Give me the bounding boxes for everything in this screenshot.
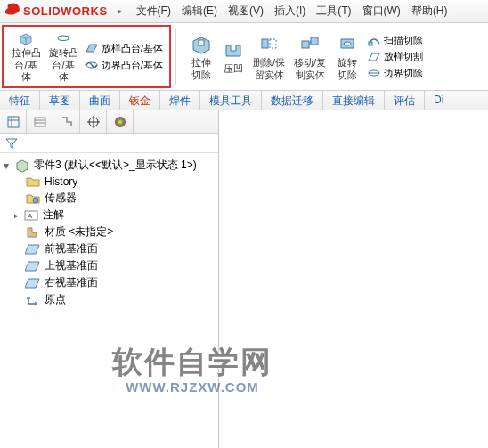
svg-point-7: [344, 42, 351, 45]
svg-point-14: [33, 198, 38, 203]
revolve-boss-button[interactable]: 旋转凸台/基体: [45, 29, 82, 85]
tabbar: 特征 草图 曲面 钣金 焊件 模具工具 数据迁移 直接编辑 评估 Di: [0, 91, 488, 110]
swept-cut-icon: [367, 33, 381, 47]
revolve-cut-button[interactable]: 旋转切除: [330, 30, 364, 82]
feature-tree: ▾ 零件3 (默认<<默认>_显示状态 1>) History 传感器 ▸ A …: [0, 153, 218, 448]
side-btn-property[interactable]: [27, 110, 53, 133]
workspace: ▾ 零件3 (默认<<默认>_显示状态 1>) History 传感器 ▸ A …: [0, 110, 488, 448]
svg-rect-8: [369, 42, 372, 45]
loft-cut-button[interactable]: 放样切割: [364, 48, 426, 65]
indent-button[interactable]: 压凹: [218, 37, 248, 77]
tree-history[interactable]: History: [4, 174, 218, 190]
filter-row: [0, 134, 218, 153]
boundary-boss-button[interactable]: 边界凸台/基体: [82, 57, 166, 74]
side-btn-dimxpert[interactable]: [80, 110, 107, 133]
revolve-boss-icon: [52, 30, 75, 45]
expand-icon[interactable]: ▾: [4, 159, 14, 172]
folder-icon: [25, 175, 41, 189]
svg-rect-3: [262, 39, 268, 48]
tree-annotations[interactable]: ▸ A 注解: [4, 207, 218, 224]
menubar: SOLIDWORKS ▶ 文件(F) 编辑(E) 视图(V) 插入(I) 工具(…: [0, 0, 488, 23]
tab-features[interactable]: 特征: [0, 91, 40, 110]
tab-weldments[interactable]: 焊件: [160, 91, 200, 110]
menu-file[interactable]: 文件(F): [131, 4, 176, 19]
side-btn-config[interactable]: [53, 110, 80, 133]
boundary-boss-icon: [85, 58, 99, 72]
revolve-cut-icon: [336, 32, 359, 55]
highlighted-group: 拉伸凸台/基体 旋转凸台/基体 放样凸台/基体 边界凸台/基体: [2, 25, 171, 88]
feature-manager: ▾ 零件3 (默认<<默认>_显示状态 1>) History 传感器 ▸ A …: [0, 110, 219, 448]
indent-icon: [222, 38, 245, 61]
svg-rect-2: [199, 40, 204, 45]
extrude-cut-button[interactable]: 拉伸切除: [184, 30, 218, 82]
svg-rect-10: [8, 117, 19, 127]
expand-icon[interactable]: ▸: [14, 211, 23, 220]
svg-rect-11: [35, 118, 45, 126]
tab-direct[interactable]: 直接编辑: [323, 91, 385, 110]
tree-top-plane[interactable]: 上视基准面: [4, 257, 218, 274]
graphics-area[interactable]: 软件自学网 WWW.RJZXW.COM: [219, 110, 488, 448]
logo-text: SOLIDWORKS: [23, 4, 108, 18]
logo-dropdown-icon[interactable]: ▶: [118, 8, 122, 15]
menu-view[interactable]: 视图(V): [223, 4, 269, 19]
delete-keep-icon: [257, 32, 281, 55]
move-copy-button[interactable]: 移动/复制实体: [289, 30, 330, 82]
tree-material[interactable]: 材质 <未指定>: [4, 224, 218, 240]
menu-edit[interactable]: 编辑(E): [176, 4, 223, 19]
annotation-icon: A: [23, 208, 39, 223]
boundary-cut-icon: [367, 66, 381, 80]
tab-sketch[interactable]: 草图: [40, 91, 80, 110]
extrude-boss-button[interactable]: 拉伸凸台/基体: [7, 29, 45, 85]
svg-point-0: [58, 36, 69, 40]
move-copy-icon: [298, 32, 321, 55]
svg-rect-5: [302, 41, 309, 48]
side-btn-display[interactable]: [107, 110, 134, 133]
material-icon: [25, 225, 41, 240]
side-btn-feature-tree[interactable]: [0, 110, 27, 133]
logo: SOLIDWORKS: [4, 1, 108, 21]
plane-icon: [25, 276, 41, 290]
sidebar-toolbar: [0, 110, 218, 134]
tab-mold[interactable]: 模具工具: [200, 91, 262, 110]
svg-point-13: [115, 117, 126, 127]
loft-boss-icon: [85, 41, 99, 55]
menu-help[interactable]: 帮助(H): [406, 4, 453, 19]
tree-icon: [6, 115, 20, 129]
logo-ds-icon: [4, 1, 21, 21]
target-icon: [86, 115, 101, 129]
svg-text:A: A: [28, 212, 33, 220]
tab-evaluate[interactable]: 评估: [385, 91, 425, 110]
appearance-icon: [113, 115, 127, 129]
tree-front-plane[interactable]: 前视基准面: [4, 240, 218, 257]
part-icon: [14, 159, 30, 173]
config-icon: [60, 115, 74, 129]
tree-sensors[interactable]: 传感器: [4, 190, 218, 207]
tree-origin[interactable]: 原点: [4, 291, 218, 308]
menu-tools[interactable]: 工具(T): [311, 4, 356, 19]
tab-data[interactable]: 数据迁移: [262, 91, 323, 110]
extrude-boss-icon: [14, 30, 37, 45]
loft-boss-button[interactable]: 放样凸台/基体: [82, 40, 166, 57]
tree-right-plane[interactable]: 右视基准面: [4, 274, 218, 291]
loft-cut-icon: [367, 50, 381, 64]
funnel-icon[interactable]: [5, 137, 18, 150]
svg-rect-4: [270, 39, 276, 48]
ribbon: 拉伸凸台/基体 旋转凸台/基体 放样凸台/基体 边界凸台/基体 拉伸切除 压凹: [0, 23, 488, 91]
menu-window[interactable]: 窗口(W): [357, 4, 406, 19]
plane-icon: [25, 259, 41, 273]
swept-cut-button[interactable]: 扫描切除: [364, 32, 426, 49]
menu-insert[interactable]: 插入(I): [269, 4, 311, 19]
plane-icon: [25, 242, 41, 257]
property-icon: [33, 115, 47, 129]
sensor-icon: [25, 191, 41, 206]
origin-icon: [25, 293, 41, 307]
boundary-cut-button[interactable]: 边界切除: [364, 65, 426, 82]
tab-di[interactable]: Di: [425, 91, 452, 110]
tree-root[interactable]: ▾ 零件3 (默认<<默认>_显示状态 1>): [4, 157, 218, 174]
extrude-cut-icon: [190, 32, 213, 55]
tab-surfaces[interactable]: 曲面: [80, 91, 120, 110]
svg-rect-6: [311, 37, 318, 45]
delete-keep-button[interactable]: 删除/保留实体: [248, 30, 289, 82]
tab-sheetmetal[interactable]: 钣金: [120, 91, 160, 110]
